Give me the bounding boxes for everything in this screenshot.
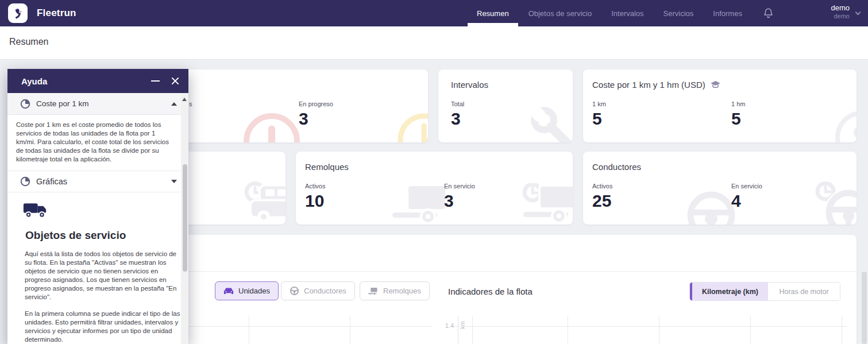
help-article-title: Objetos de servicio xyxy=(25,229,172,242)
stat-value-total: 3 xyxy=(451,109,461,128)
entity-button-remolques-label: Remolques xyxy=(383,287,421,295)
in-progress-clock-icon xyxy=(395,111,428,142)
toggle-kilometraje[interactable]: Kilometraje (km) xyxy=(690,283,768,300)
nav-tab-intervalos[interactable]: Intervalos xyxy=(611,0,643,26)
chart-gridline xyxy=(472,316,473,344)
fleetrun-logo[interactable] xyxy=(8,3,28,23)
stat-label-en-servicio: En servicio xyxy=(444,183,475,190)
card-intervalos: Intervalos Total 3 xyxy=(438,69,573,142)
y-axis-name: km xyxy=(456,319,469,331)
scroll-up-arrow-icon[interactable] xyxy=(182,98,187,101)
chart-gridline xyxy=(659,316,659,344)
page-title: Resumen xyxy=(9,37,48,47)
truck-icon xyxy=(23,202,48,220)
chart-gridline xyxy=(249,316,249,344)
help-section-graficas[interactable]: Gráficas xyxy=(7,171,188,192)
entity-button-unidades-label: Unidades xyxy=(238,287,270,295)
trailer-icon xyxy=(368,287,379,295)
chart-gridline xyxy=(568,316,568,344)
svg-text:$: $ xyxy=(852,119,857,142)
help-scrollbar-thumb[interactable] xyxy=(183,164,187,272)
pie-chart-icon xyxy=(20,176,30,187)
help-panel-title: Ayuda xyxy=(21,76,47,86)
steering-wheel-icon xyxy=(685,190,737,225)
card-title-remolques: Remolques xyxy=(305,162,349,172)
help-article-paragraph: En la primera columna se puede indicar e… xyxy=(25,310,181,344)
card-title-intervalos: Intervalos xyxy=(451,80,488,90)
mascot-icon xyxy=(11,6,25,20)
user-menu[interactable]: demo demo xyxy=(831,3,850,21)
stat-value-activos: 25 xyxy=(592,191,611,210)
help-section-label: Gráficas xyxy=(36,177,67,186)
top-navbar: Fleetrun Resumen Objetos de servicio Int… xyxy=(0,0,868,26)
card-remolques: Remolques Activos 10 En servicio 3 xyxy=(296,152,573,225)
help-section-coste-por-1km[interactable]: Coste por 1 km xyxy=(7,93,188,115)
nav-tab-servicios[interactable]: Servicios xyxy=(663,0,694,26)
unit-car-clock-icon xyxy=(238,180,286,225)
stat-value-1hm: 5 xyxy=(731,109,741,128)
stat-label-activos: Activos xyxy=(592,183,612,190)
app-window: Fleetrun Resumen Objetos de servicio Int… xyxy=(0,0,868,344)
overdue-warning-icon xyxy=(240,110,303,142)
collapse-caret-up-icon xyxy=(171,102,177,106)
entity-button-conductores[interactable]: Conductores xyxy=(281,281,355,300)
help-panel-header[interactable]: Ayuda xyxy=(7,69,188,93)
nav-tab-objetos-de-servicio[interactable]: Objetos de servicio xyxy=(528,0,592,26)
chart-gridline-y xyxy=(454,326,847,327)
stat-value-en-servicio: 4 xyxy=(731,191,741,210)
chart-gridline xyxy=(350,316,350,344)
brand-title: Fleetrun xyxy=(37,0,76,26)
help-scrollbar-track[interactable] xyxy=(181,93,188,344)
trailer-icon xyxy=(392,185,450,225)
stat-label-total: Total xyxy=(451,101,464,107)
clipped-label-fragment: s xyxy=(189,101,192,107)
user-account: demo xyxy=(831,13,850,21)
stat-value-1km: 5 xyxy=(592,109,602,128)
entity-button-remolques[interactable]: Remolques xyxy=(360,281,430,300)
steering-wheel-icon xyxy=(290,286,299,296)
card-conductores: Conductores Activos 25 En servicio 4 xyxy=(583,152,857,225)
help-panel: Ayuda Coste por 1 km Coste por 1 km es e… xyxy=(7,69,188,344)
card-title-conductores: Conductores xyxy=(592,162,641,172)
trailer-in-service-clock-icon xyxy=(521,183,573,225)
minimize-icon[interactable] xyxy=(151,80,160,82)
user-name: demo xyxy=(831,3,850,13)
stat-label-1km: 1 km xyxy=(592,101,606,107)
expand-caret-down-icon xyxy=(171,180,177,183)
main-nav: Resumen Objetos de servicio Intervalos S… xyxy=(477,0,742,26)
wrench-icon xyxy=(526,104,573,142)
stat-label-activos: Activos xyxy=(305,183,325,190)
page-title-bar: Resumen xyxy=(0,26,868,60)
card-title-coste: Coste por 1 km y 1 hm (USD) xyxy=(592,80,721,90)
metric-toggle: Kilometraje (km) Horas de motor xyxy=(690,283,840,300)
stat-value-activos: 10 xyxy=(305,191,324,210)
close-icon[interactable] xyxy=(171,77,179,85)
help-section-label: Coste por 1 km xyxy=(36,99,89,108)
pie-chart-icon xyxy=(20,99,30,109)
stat-label-en-progreso: En progreso xyxy=(299,101,333,107)
entity-button-unidades[interactable]: Unidades xyxy=(215,281,279,300)
window-scrollbar[interactable] xyxy=(862,272,867,344)
stat-label-en-servicio: En servicio xyxy=(731,183,762,190)
card-title-coste-text: Coste por 1 km y 1 hm (USD) xyxy=(592,80,705,90)
stat-label-1hm: 1 hm xyxy=(731,101,745,107)
help-article: Objetos de servicio Aquí está la lista d… xyxy=(7,192,181,344)
chart-gridline xyxy=(842,316,842,344)
car-icon xyxy=(223,287,234,295)
driver-in-service-clock-icon xyxy=(813,181,857,225)
dollar-coin-icon: $ xyxy=(833,109,857,142)
entity-button-conductores-label: Conductores xyxy=(304,287,346,295)
y-axis-tick-label: 1.4 xyxy=(434,322,454,329)
card-coste: Coste por 1 km y 1 hm (USD) 1 km 5 1 hm … xyxy=(583,69,857,142)
nav-tab-informes[interactable]: Informes xyxy=(713,0,742,26)
help-section-body: Coste por 1 km es el coste promedio de t… xyxy=(7,115,181,171)
help-panel-body: Coste por 1 km Coste por 1 km es el cost… xyxy=(7,93,188,344)
indicators-heading: Indicadores de la flota xyxy=(448,287,533,296)
stat-value-en-servicio: 3 xyxy=(444,191,454,210)
nav-tab-resumen[interactable]: Resumen xyxy=(477,0,509,26)
graduation-cap-icon[interactable] xyxy=(710,80,721,89)
chart-gridline xyxy=(750,316,751,344)
toggle-horas-de-motor[interactable]: Horas de motor xyxy=(768,283,840,300)
notifications-bell-icon[interactable] xyxy=(762,7,774,20)
chevron-down-icon xyxy=(855,10,861,16)
